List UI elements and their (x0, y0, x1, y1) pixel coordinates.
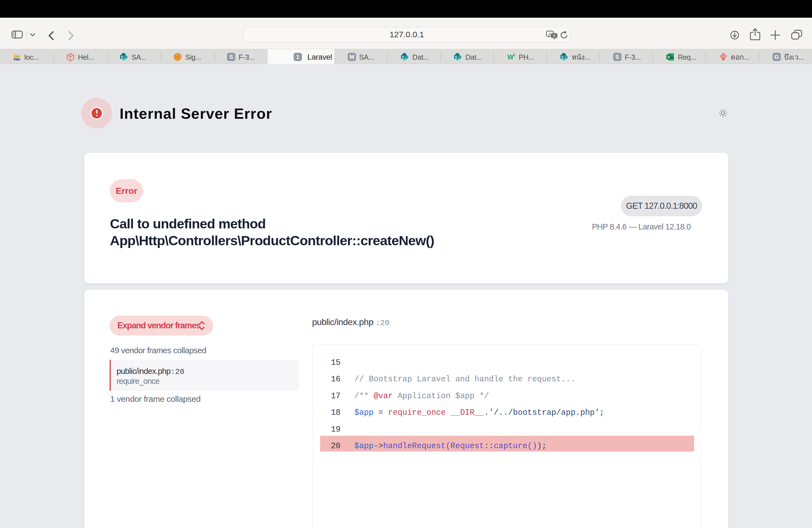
svg-text:文: 文 (552, 34, 556, 38)
svg-text:3: 3 (513, 53, 515, 57)
svg-text:W: W (507, 53, 514, 61)
svg-text:S: S (455, 55, 457, 59)
svg-text:S: S (121, 55, 123, 59)
svg-text:S: S (402, 55, 404, 59)
svg-text:S: S (561, 55, 563, 59)
svg-text:A: A (549, 31, 551, 36)
svg-text:PMA: PMA (14, 58, 20, 61)
svg-text:X: X (668, 55, 670, 59)
